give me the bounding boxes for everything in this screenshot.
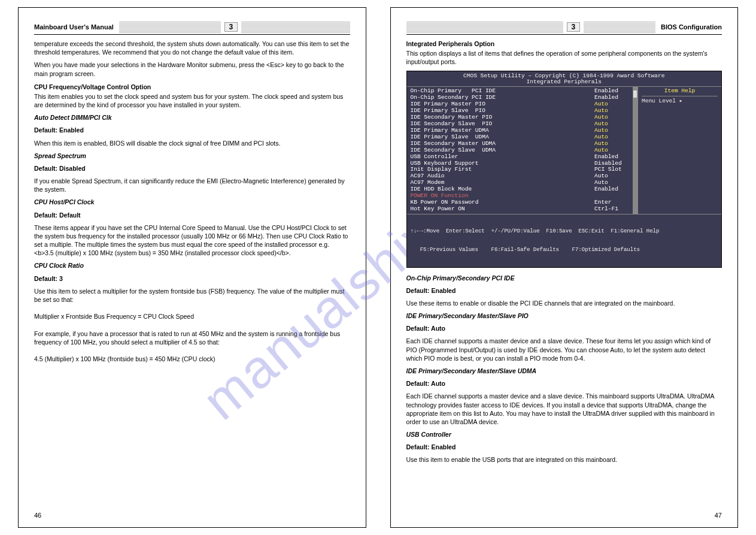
header-stripe	[119, 21, 221, 33]
bios-main-panel: On-Chip Primary PCI IDEEnabledOn-Chip Se…	[407, 86, 722, 214]
paragraph: temperature exceeds the second threshold…	[34, 40, 350, 56]
setting-name: USB Controller	[406, 430, 722, 439]
right-header-label: BIOS Configuration	[659, 23, 722, 31]
setting-desc: Use this item to enable the USB ports th…	[406, 455, 722, 464]
bios-setting-value: Auto	[594, 147, 635, 154]
setting-default: Default: Default	[34, 211, 350, 219]
setting-name: Auto Detect DIMM/PCI Clk	[34, 113, 350, 122]
setting-desc: These items appear if you have set the C…	[34, 223, 350, 258]
bios-setting-value: Ctrl-F1	[594, 206, 635, 213]
bios-scrollbar[interactable]	[633, 87, 637, 214]
bios-settings-list[interactable]: On-Chip Primary PCI IDEEnabledOn-Chip Se…	[407, 87, 638, 214]
left-page-number: 46	[34, 512, 41, 519]
paragraph: When you have made your selections in th…	[34, 61, 350, 77]
setting-desc: Each IDE channel supports a master devic…	[406, 337, 722, 362]
setting-name: On-Chip Primary/Secondary PCI IDE	[406, 274, 722, 282]
right-page-number: 47	[715, 512, 722, 519]
bios-title-2: Integrated Peripherals	[407, 79, 722, 86]
bios-setting-row[interactable]: Hot Key Power ONCtrl-F1	[411, 206, 636, 213]
bios-setting-value: Enabled	[594, 186, 635, 193]
setting-default: Default: 3	[34, 274, 350, 283]
setting-name: CPU Host/PCI Clock	[34, 198, 350, 206]
subsection-heading: CPU Frequency/Voltage Control Option	[34, 83, 350, 91]
left-body: temperature exceeds the second threshold…	[34, 40, 350, 363]
left-header-label: Mainboard User's Manual	[34, 23, 116, 31]
left-page: Mainboard User's Manual 3 temperature ex…	[18, 7, 366, 528]
bios-help-header: Item Help	[642, 88, 718, 96]
right-section-number: 3	[567, 22, 580, 32]
right-page: 3 BIOS Configuration Integrated Peripher…	[390, 7, 739, 528]
left-header-bar: Mainboard User's Manual 3	[34, 21, 350, 35]
bios-title-line: CMOS Setup Utility – Copyright (C) 1984-…	[407, 71, 722, 87]
setting-desc: Use this item to select a multiplier for…	[34, 287, 350, 364]
setting-name: CPU Clock Ratio	[34, 261, 350, 270]
setting-name: IDE Primary/Secondary Master/Slave PIO	[406, 312, 722, 320]
setting-desc: If you enable Spread Spectrum, it can si…	[34, 177, 350, 194]
header-stripe	[584, 21, 655, 33]
bios-footer-line2: F5:Previous Values F6:Fail-Safe Defaults…	[411, 247, 718, 253]
header-stripe	[241, 21, 350, 33]
bios-setting-row[interactable]: IDE Secondary Slave UDMAAuto	[411, 147, 636, 154]
setting-default: Default: Auto	[406, 379, 722, 388]
setting-default: Default: Enabled	[34, 126, 350, 134]
setting-desc: Each IDE channel supports a master devic…	[406, 392, 722, 426]
setting-default: Default: Disabled	[34, 164, 350, 173]
header-stripe	[406, 21, 563, 33]
setting-name: IDE Primary/Secondary Master/Slave UDMA	[406, 367, 722, 375]
right-body: Integrated Peripherals Option This optio…	[406, 40, 722, 464]
bios-screenshot: CMOS Setup Utility – Copyright (C) 1984-…	[406, 71, 722, 268]
bios-footer-line1: ↑↓←→:Move Enter:Select +/-/PU/PD:Value F…	[411, 228, 718, 234]
bios-setting-key: Hot Key Power ON	[411, 206, 595, 213]
setting-name: Spread Spectrum	[34, 152, 350, 160]
bios-setting-row[interactable]: USB ControllerEnabled	[411, 154, 636, 161]
bios-setting-key: IDE Secondary Slave UDMA	[411, 147, 595, 154]
setting-desc: Use these items to enable or disable the…	[406, 299, 722, 307]
setting-default: Default: Enabled	[406, 286, 722, 295]
intro-text: This option displays a list of items tha…	[406, 49, 722, 66]
intro-title: Integrated Peripherals Option	[406, 40, 722, 48]
bios-footer: ↑↓←→:Move Enter:Select +/-/PU/PD:Value F…	[407, 214, 722, 267]
bios-help-line: Menu Level ▸	[642, 98, 718, 105]
page-spread: Mainboard User's Manual 3 temperature ex…	[0, 0, 756, 535]
bios-setting-key: USB Controller	[411, 154, 595, 161]
setting-default: Default: Enabled	[406, 443, 722, 451]
bios-setting-value: Enabled	[594, 154, 635, 161]
left-section-number: 3	[224, 22, 238, 32]
paragraph: This item enables you to set the clock s…	[34, 92, 350, 109]
right-header-bar: 3 BIOS Configuration	[406, 21, 722, 35]
bios-help-panel: Item Help Menu Level ▸	[637, 87, 721, 214]
setting-default: Default: Auto	[406, 324, 722, 333]
setting-desc: When this item is enabled, BIOS will dis…	[34, 139, 350, 147]
